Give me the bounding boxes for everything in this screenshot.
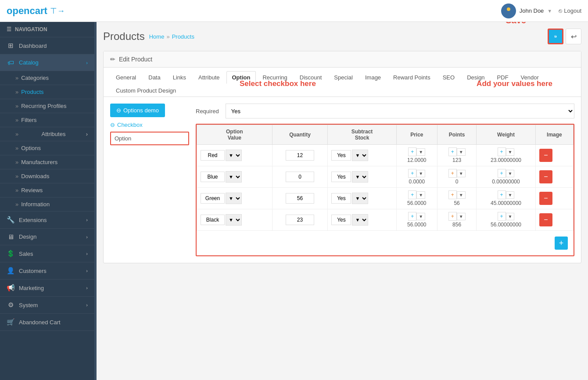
row-blue-points-dd[interactable]: ▼ (457, 170, 466, 177)
breadcrumb-home[interactable]: Home (149, 33, 165, 40)
tab-image[interactable]: Image (359, 71, 387, 84)
row-red-points-dd[interactable]: ▼ (457, 148, 466, 156)
row-green-stock-select[interactable]: ▼ (352, 193, 368, 204)
row-green-weight-plus[interactable]: + (498, 190, 506, 199)
row-green-points-plus[interactable]: + (448, 190, 457, 199)
sidebar-item-reviews[interactable]: Reviews (0, 183, 94, 197)
row-black-remove-button[interactable]: − (539, 213, 552, 226)
sidebar-item-system[interactable]: ⚙ System › (0, 297, 94, 314)
tab-discount[interactable]: Discount (294, 71, 328, 84)
row-green-remove-button[interactable]: − (539, 192, 552, 205)
content-area: Products Home » Products Save ← (97, 22, 588, 380)
tab-option[interactable]: Option (226, 71, 256, 84)
tab-links[interactable]: Links (167, 71, 192, 84)
row-red-weight-plus[interactable]: + (498, 147, 506, 156)
tab-general[interactable]: General (110, 71, 142, 84)
row-black-stock-input[interactable] (331, 215, 351, 225)
sidebar-item-catalog[interactable]: 🏷 Catalog › (0, 54, 94, 71)
row-red-remove-button[interactable]: − (539, 149, 552, 162)
breadcrumb-separator: » (166, 33, 169, 40)
tab-vendor[interactable]: Vendor (515, 71, 545, 84)
row-blue-weight-dd[interactable]: ▼ (506, 170, 515, 177)
sidebar-item-dashboard[interactable]: ⊞ Dashboard (0, 37, 94, 54)
row-red-weight-dd[interactable]: ▼ (506, 148, 515, 156)
sidebar-item-abandoned-cart[interactable]: 🛒 Abandoned Cart (0, 314, 94, 331)
row-black-points-plus[interactable]: + (448, 212, 457, 221)
row-blue-stock-select[interactable]: ▼ (352, 171, 368, 183)
tab-attribute[interactable]: Attribute (193, 71, 225, 84)
row-blue-color-input[interactable] (201, 172, 225, 182)
save-button[interactable] (548, 29, 563, 44)
row-green-price-dd[interactable]: ▼ (416, 191, 425, 199)
row-green-points-dd[interactable]: ▼ (457, 191, 466, 199)
row-green-weight-dd[interactable]: ▼ (506, 191, 515, 199)
page-header: Products Home » Products Save ← (103, 29, 581, 44)
sidebar-item-filters[interactable]: Filters (0, 113, 94, 127)
logout-button[interactable]: ⎋ Logout (559, 7, 581, 14)
row-green-price-plus[interactable]: + (408, 190, 416, 199)
sidebar-item-manufacturers[interactable]: Manufacturers (0, 155, 94, 169)
tab-seo[interactable]: SEO (437, 71, 460, 84)
row-green-color-select[interactable]: ▼ (226, 193, 242, 204)
row-red-price-plus[interactable]: + (408, 147, 416, 156)
sidebar-item-options[interactable]: Options (0, 141, 94, 155)
option-content: ⊖ Options demo ⊖ Checkbox Option (104, 97, 581, 263)
row-green-qty-input[interactable] (286, 193, 314, 204)
back-button[interactable]: ↩ (566, 29, 581, 44)
sidebar-item-design[interactable]: 🖥 Design › (0, 229, 94, 245)
sidebar-item-recurring-profiles[interactable]: Recurring Profiles (0, 99, 94, 113)
tab-pdf[interactable]: PDF (491, 71, 514, 84)
required-select[interactable]: Yes No (226, 104, 574, 118)
sidebar-item-attributes[interactable]: Attributes › (0, 127, 94, 141)
row-black-weight-plus[interactable]: + (498, 212, 506, 221)
row-red-price-dd[interactable]: ▼ (416, 148, 425, 156)
row-blue-price-plus[interactable]: + (408, 169, 416, 178)
tab-special[interactable]: Special (328, 71, 359, 84)
tab-recurring[interactable]: Recurring (257, 71, 293, 84)
row-red-qty-input[interactable] (286, 150, 314, 161)
sidebar-item-sales[interactable]: 💲 Sales › (0, 245, 94, 262)
row-blue-points-plus[interactable]: + (448, 169, 457, 178)
row-red-points-plus[interactable]: + (448, 147, 457, 156)
row-black-points-dd[interactable]: ▼ (457, 213, 466, 220)
row-blue-price-dd[interactable]: ▼ (416, 170, 425, 177)
user-info[interactable]: John Doe ▼ (501, 4, 552, 18)
row-red-color-select[interactable]: ▼ (226, 150, 242, 161)
row-green-color-input[interactable] (201, 193, 225, 204)
sidebar-item-extensions[interactable]: 🔧 Extensions › (0, 212, 94, 229)
abandoned-cart-icon: 🛒 (7, 318, 14, 326)
sidebar-item-marketing[interactable]: 📢 Marketing › (0, 280, 94, 297)
breadcrumb-current[interactable]: Products (172, 33, 194, 40)
row-black-color-select[interactable]: ▼ (226, 214, 242, 226)
tab-design[interactable]: Design (461, 71, 490, 84)
tab-reward-points[interactable]: Reward Points (387, 71, 436, 84)
row-black-weight-dd[interactable]: ▼ (506, 213, 515, 220)
sidebar-item-information[interactable]: Information (0, 197, 94, 212)
row-blue-qty-input[interactable] (286, 172, 314, 182)
row-black-price-dd[interactable]: ▼ (416, 213, 425, 220)
sidebar-item-categories[interactable]: Categories (0, 71, 94, 85)
option-name-box[interactable]: Option (110, 132, 189, 145)
row-red-color-input[interactable] (201, 150, 225, 161)
tab-custom-product-design[interactable]: Custom Product Design (110, 84, 182, 97)
row-black-stock-select[interactable]: ▼ (352, 214, 368, 226)
row-black-qty-input[interactable] (286, 215, 314, 225)
sidebar-item-products[interactable]: Products (0, 85, 94, 99)
row-red-stock-select[interactable]: ▼ (352, 150, 368, 161)
checkbox-item[interactable]: ⊖ Checkbox (110, 122, 189, 128)
add-row-button[interactable]: + (555, 237, 568, 250)
sidebar-item-customers[interactable]: 👤 Customers › (0, 262, 94, 280)
row-blue-stock-input[interactable] (331, 172, 351, 182)
sidebar-item-downloads[interactable]: Downloads (0, 169, 94, 183)
row-blue-color-select[interactable]: ▼ (226, 171, 242, 183)
row-green-stock-input[interactable] (331, 193, 351, 204)
row-black-price-plus[interactable]: + (408, 212, 416, 221)
row-red-stock-input[interactable] (331, 150, 351, 161)
row-blue-remove-button[interactable]: − (539, 170, 552, 183)
row-black-color-input[interactable] (201, 215, 225, 225)
options-demo-button[interactable]: ⊖ Options demo (110, 104, 165, 117)
row-blue-weight-plus[interactable]: + (498, 169, 506, 178)
edit-icon: ✏ (110, 56, 115, 63)
row-green-price-value: 56.0000 (407, 200, 426, 206)
tab-data[interactable]: Data (143, 71, 166, 84)
